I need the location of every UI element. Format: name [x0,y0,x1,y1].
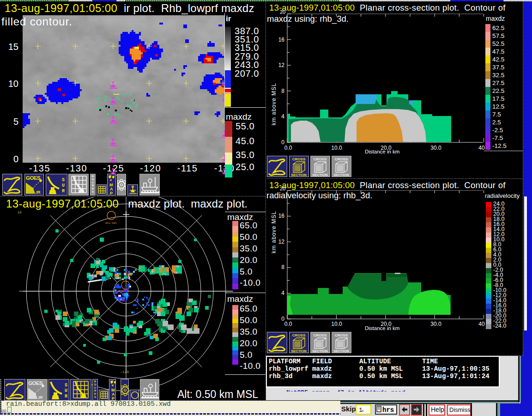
svg-text:SECTION: SECTION [291,349,306,353]
svg-text:SECTION: SECTION [333,173,349,177]
svg-text:GOES: GOES [28,380,43,386]
svg-text:P: P [112,396,115,400]
svg-text:S: S [62,177,65,183]
svg-text:GOES: GOES [26,175,41,181]
svg-text:SECTION: SECTION [312,349,327,353]
svg-text:hrs: hrs [382,406,394,414]
svg-text:CROSS: CROSS [335,157,348,161]
svg-text:-125: -125 [120,370,129,374]
svg-text:U: U [62,183,65,188]
svg-text:R: R [65,394,67,399]
svg-text:.IR: .IR [35,190,41,195]
svg-text:SECTION: SECTION [312,173,327,177]
svg-text:U: U [65,388,67,393]
svg-text:SECTION: SECTION [333,349,349,353]
svg-text:10: 10 [18,211,21,214]
svg-text:CROSS: CROSS [292,333,306,337]
svg-text:.IR: .IR [37,395,43,400]
svg-text:P: P [110,191,113,195]
svg-text:CROSS: CROSS [292,157,306,161]
svg-text:CROSS: CROSS [335,333,348,337]
svg-text:CROSS: CROSS [314,157,327,161]
svg-text:SECTION: SECTION [291,173,306,177]
svg-text:who-mat: who-mat [105,221,117,225]
svg-text:S: S [65,383,67,388]
svg-text:CROSS: CROSS [314,333,327,337]
svg-text:R: R [62,189,65,194]
